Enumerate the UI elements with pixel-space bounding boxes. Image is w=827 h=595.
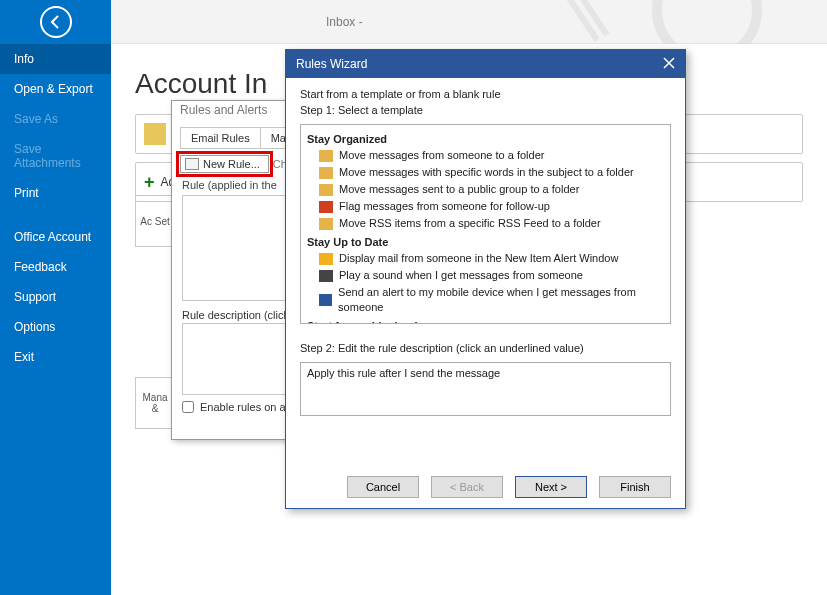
flag-icon — [319, 201, 333, 213]
back-button[interactable] — [40, 6, 72, 38]
rule-icon — [185, 158, 199, 170]
wizard-titlebar: Rules Wizard — [286, 50, 685, 78]
backstage-sidebar: Info Open & Export Save As Save Attachme… — [0, 44, 111, 595]
title-bar: Inbox - — [0, 0, 827, 44]
back-button-disabled: < Back — [431, 476, 503, 498]
folder-icon — [319, 184, 333, 196]
template-move-public-group[interactable]: Move messages sent to a public group to … — [305, 181, 666, 198]
rules-wizard-dialog: Rules Wizard Start from a template or fr… — [285, 49, 686, 509]
sidebar-item-print[interactable]: Print — [0, 178, 111, 208]
wizard-title-label: Rules Wizard — [296, 57, 367, 71]
group-blank-rule: Start from a blank rule — [307, 320, 664, 324]
background-decoration — [507, 0, 807, 50]
wizard-body: Start from a template or from a blank ru… — [286, 78, 685, 416]
sidebar-item-save-as: Save As — [0, 104, 111, 134]
sidebar-item-office-account[interactable]: Office Account — [0, 222, 111, 252]
wizard-step2-label: Step 2: Edit the rule description (click… — [300, 342, 671, 354]
template-flag-follow-up[interactable]: Flag messages from someone for follow-up — [305, 198, 666, 215]
group-stay-organized: Stay Organized — [307, 133, 664, 145]
window-title: Inbox - — [326, 15, 363, 29]
cancel-button[interactable]: Cancel — [347, 476, 419, 498]
backstage-side-blocks: Ac Set Mana & — [135, 195, 175, 439]
template-mobile-alert[interactable]: Send an alert to my mobile device when I… — [305, 284, 666, 316]
folder-icon — [319, 150, 333, 162]
enable-rules-checkbox[interactable] — [182, 401, 194, 413]
account-settings-block[interactable]: Ac Set — [135, 195, 175, 247]
wizard-step1-label: Step 1: Select a template — [300, 104, 671, 116]
group-stay-up-to-date: Stay Up to Date — [307, 236, 664, 248]
sidebar-item-options[interactable]: Options — [0, 312, 111, 342]
close-button[interactable] — [663, 56, 675, 72]
mail-icon — [319, 253, 333, 265]
settings-icon — [144, 123, 166, 145]
rule-description-text: Apply this rule after I send the message — [307, 367, 500, 379]
template-display-alert[interactable]: Display mail from someone in the New Ite… — [305, 250, 666, 267]
finish-button[interactable]: Finish — [599, 476, 671, 498]
arrow-left-icon — [48, 14, 64, 30]
wizard-buttons: Cancel < Back Next > Finish — [347, 476, 671, 498]
phone-icon — [319, 294, 332, 306]
new-rule-button[interactable]: New Rule... — [180, 155, 269, 173]
tab-email-rules[interactable]: Email Rules — [180, 127, 261, 148]
template-play-sound[interactable]: Play a sound when I get messages from so… — [305, 267, 666, 284]
nav-region — [0, 0, 111, 44]
sidebar-item-feedback[interactable]: Feedback — [0, 252, 111, 282]
sidebar-item-save-attachments: Save Attachments — [0, 134, 111, 178]
manage-rules-block[interactable]: Mana & — [135, 377, 175, 429]
folder-icon — [319, 218, 333, 230]
template-move-specific-words[interactable]: Move messages with specific words in the… — [305, 164, 666, 181]
new-rule-label: New Rule... — [203, 158, 260, 170]
sound-icon — [319, 270, 333, 282]
close-icon — [663, 57, 675, 69]
sidebar-item-info[interactable]: Info — [0, 44, 111, 74]
next-button[interactable]: Next > — [515, 476, 587, 498]
sidebar-item-open-export[interactable]: Open & Export — [0, 74, 111, 104]
wizard-intro: Start from a template or from a blank ru… — [300, 88, 671, 100]
template-list[interactable]: Stay Organized Move messages from someon… — [300, 124, 671, 324]
sidebar-item-support[interactable]: Support — [0, 282, 111, 312]
rule-description-box[interactable]: Apply this rule after I send the message — [300, 362, 671, 416]
sidebar-item-exit[interactable]: Exit — [0, 342, 111, 372]
template-move-rss[interactable]: Move RSS items from a specific RSS Feed … — [305, 215, 666, 232]
template-move-from-someone[interactable]: Move messages from someone to a folder — [305, 147, 666, 164]
svg-point-0 — [657, 0, 757, 50]
folder-icon — [319, 167, 333, 179]
